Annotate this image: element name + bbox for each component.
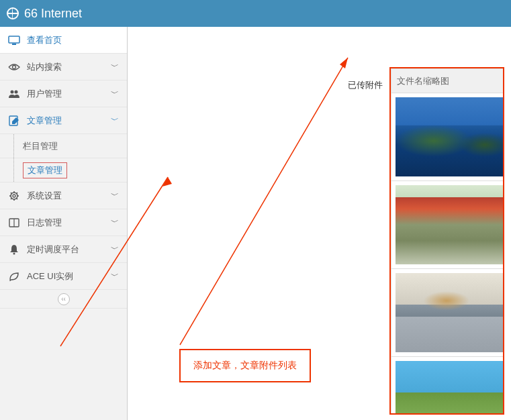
uploaded-label: 已传附件 [348,79,383,91]
topbar: 66 Internet [0,0,511,27]
sidebar-item-home[interactable]: 查看首页 [0,27,127,54]
chevron-down-icon: ﹀ [111,190,119,201]
users-icon [8,88,20,100]
thumbnail-image [396,361,504,415]
leaf-icon [8,270,20,282]
svg-rect-0 [9,36,19,43]
sidebar-sub-articles[interactable]: 文章管理 [0,158,127,182]
chevron-down-icon: ﹀ [111,88,119,99]
chevron-down-icon: ﹀ [111,244,119,255]
sidebar-item-logs[interactable]: 日志管理 ﹀ [0,209,127,236]
annotation-arrow-2 [168,54,356,349]
sidebar-item-label: 站内搜索 [27,61,111,73]
thumbnail-image [396,97,504,176]
svg-point-6 [11,193,17,199]
sidebar-item-users[interactable]: 用户管理 ﹀ [0,81,127,107]
svg-point-10 [13,252,15,254]
svg-rect-1 [12,44,16,45]
svg-point-2 [13,65,16,68]
chevron-down-icon: ﹀ [111,61,119,72]
bell-icon [8,244,20,256]
chevron-down-icon: ﹀ [111,270,119,282]
sidebar-collapse-button[interactable]: ‹‹ [0,290,127,309]
col-thumb: 文件名缩略图 [391,69,505,93]
monitor-icon [8,34,20,46]
chevron-down-icon: ﹀ [111,217,119,228]
svg-line-13 [180,58,348,345]
svg-point-3 [11,90,14,93]
sidebar-item-label: 系统设置 [27,190,111,202]
gear-icon [8,190,20,202]
thumbnail-image [396,273,504,352]
sidebar-item-label: 日志管理 [27,217,111,229]
sidebar-item-label: 用户管理 [27,88,111,100]
globe-icon [7,7,19,19]
table-row[interactable]: 爱壁纸HD-10051704 [391,181,505,269]
book-icon [8,217,20,229]
sidebar-item-scheduler[interactable]: 定时调度平台 ﹀ [0,236,127,263]
annotation-text: 添加文章，文章附件列表 [193,360,297,372]
content-area: 已传附件 文件名缩略图 文件名 爱壁纸HD-10043894 爱壁纸HD-100… [128,27,511,420]
sidebar-item-label: 查看首页 [27,34,119,46]
chevron-down-icon: ﹀ [111,115,119,126]
sidebar-item-aceui[interactable]: ACE UI实例 ﹀ [0,263,127,290]
eye-icon [8,61,20,73]
attachment-table: 文件名缩略图 文件名 爱壁纸HD-10043894 爱壁纸HD-10051704… [391,68,504,415]
sidebar-sub-label: 文章管理 [23,162,67,178]
edit-icon [8,115,20,127]
sidebar-item-articles[interactable]: 文章管理 ﹀ [0,107,127,134]
sidebar-item-settings[interactable]: 系统设置 ﹀ [0,182,127,209]
sidebar-item-label: ACE UI实例 [27,270,111,282]
svg-marker-12 [162,177,172,187]
svg-point-4 [15,90,18,93]
sidebar: 查看首页 站内搜索 ﹀ 用户管理 ﹀ 文章管理 ﹀ 栏目管理 文章管理 系统设置… [0,27,128,420]
sidebar-sub-label: 栏目管理 [23,140,58,152]
sidebar-item-label: 定时调度平台 [27,244,111,256]
chevron-left-icon: ‹‹ [58,293,70,305]
sidebar-item-search[interactable]: 站内搜索 ﹀ [0,54,127,81]
table-row[interactable]: 爱壁纸HD-10700937 [391,269,505,357]
sidebar-item-label: 文章管理 [27,115,111,127]
svg-point-7 [13,195,15,197]
table-row[interactable]: 爱壁纸HD-10782897 [391,357,505,415]
svg-marker-14 [340,58,348,68]
table-row[interactable]: 爱壁纸HD-10043894 [391,93,505,181]
sidebar-sub-columns[interactable]: 栏目管理 [0,134,127,158]
brand-title: 66 Internet [24,7,82,21]
attachment-table-wrap: 文件名缩略图 文件名 爱壁纸HD-10043894 爱壁纸HD-10051704… [389,67,504,415]
thumbnail-image [396,185,504,264]
annotation-box: 添加文章，文章附件列表 [179,349,311,382]
